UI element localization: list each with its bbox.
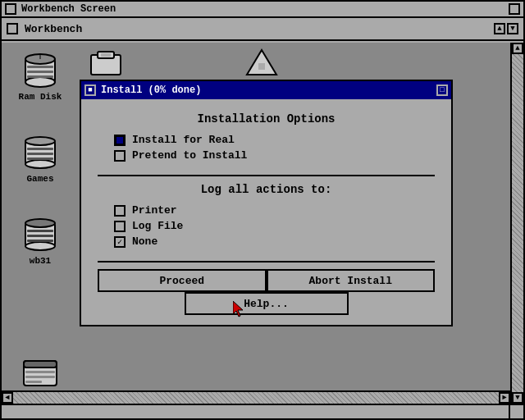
radio-install-real-label: Install for Real (132, 134, 235, 146)
svg-marker-27 (247, 50, 276, 75)
dialog-body: Installation Options Install for Real Pr… (81, 99, 451, 325)
help-row: Help... (98, 292, 435, 315)
svg-rect-22 (25, 376, 55, 378)
corner-piece (509, 404, 523, 418)
dialog-zoom-btn[interactable]: □ (436, 84, 448, 96)
svg-rect-23 (25, 381, 42, 383)
desktop-icon-ramdisk[interactable]: Ram Disk (11, 51, 69, 102)
checkbox-group: Printer Log File None (98, 204, 435, 248)
svg-point-8 (25, 137, 55, 145)
svg-rect-21 (25, 371, 55, 373)
svg-rect-12 (27, 158, 53, 160)
svg-point-9 (25, 160, 55, 168)
checkbox-printer[interactable] (114, 205, 126, 217)
desktop-icon-wb31[interactable]: wb31 (11, 215, 69, 266)
workbench-zoom-up-btn[interactable]: ▲ (494, 23, 505, 34)
svg-rect-10 (27, 148, 53, 150)
games-icon-img (21, 133, 60, 172)
workbench-zoom-down-btn[interactable]: ▼ (507, 23, 518, 34)
svg-rect-16 (27, 230, 53, 232)
statusbar (2, 404, 509, 418)
radio-pretend-install[interactable] (114, 150, 126, 162)
dialog-titlebar: ■ Install (0% done) □ (81, 81, 451, 99)
svg-rect-4 (27, 66, 53, 68)
workbench-label: Workbench (25, 23, 82, 35)
scroll-down-btn[interactable]: ▼ (512, 392, 523, 404)
svg-point-2 (25, 77, 55, 87)
scroll-track-horizontal (13, 392, 499, 404)
workbench-resize-btns: ▲ ▼ (494, 23, 518, 34)
ramdisk-icon-img (21, 51, 60, 90)
screen-title: Workbench Screen (21, 3, 116, 15)
checkbox-logfile-label: Log File (132, 220, 183, 232)
screen-close-gadget[interactable] (5, 3, 16, 15)
dialog-title: Install (0% done) (101, 84, 201, 96)
wb31-icon-label: wb31 (11, 256, 69, 266)
section1-title: Installation Options (98, 112, 435, 126)
dialog-close-btn[interactable]: ■ (84, 84, 96, 96)
screen-titlebar: Workbench Screen (2, 2, 523, 18)
svg-rect-11 (27, 153, 53, 155)
games-icon-label: Games (11, 174, 69, 184)
svg-rect-5 (27, 71, 53, 73)
workbench-bar: Workbench ▲ ▼ (2, 18, 523, 41)
install-dialog: ■ Install (0% done) □ Installation Optio… (80, 80, 453, 326)
button-row: Proceed Abort Install (98, 269, 435, 292)
wb31-icon-img (21, 215, 60, 254)
desktop-icon-games[interactable]: Games (11, 133, 69, 184)
scroll-right-btn[interactable]: ► (499, 392, 510, 404)
checkbox-item-logfile[interactable]: Log File (98, 220, 435, 232)
workbench-close-btn[interactable] (7, 23, 18, 34)
radio-install-real[interactable] (114, 135, 126, 146)
checkbox-printer-label: Printer (132, 204, 177, 217)
section2-title: Log all actions to: (98, 183, 435, 196)
svg-rect-26 (101, 53, 111, 57)
help-button[interactable]: Help... (185, 292, 349, 315)
svg-rect-20 (24, 361, 57, 368)
svg-rect-6 (27, 75, 53, 78)
abort-button[interactable]: Abort Install (267, 269, 436, 292)
screen-resize-gadget[interactable] (509, 3, 520, 15)
radio-pretend-install-label: Pretend to Install (132, 149, 247, 162)
proceed-button[interactable]: Proceed (98, 269, 267, 292)
radio-group: Install for Real Pretend to Install (98, 134, 435, 162)
svg-point-14 (25, 219, 55, 227)
checkbox-item-printer[interactable]: Printer (98, 204, 435, 217)
checkbox-none-label: None (132, 235, 158, 248)
divider2 (98, 261, 435, 262)
scroll-up-btn[interactable]: ▲ (512, 43, 523, 54)
svg-rect-17 (27, 235, 53, 237)
divider1 (98, 175, 435, 176)
svg-rect-28 (258, 63, 265, 70)
checkbox-item-none[interactable]: None (98, 235, 435, 248)
radio-item-install-real[interactable]: Install for Real (98, 134, 435, 146)
scroll-track-vertical (512, 54, 523, 392)
desktop-scrollbar-horizontal: ◄ ► (2, 390, 510, 404)
desktop-scrollbar-vertical: ▲ ▼ (510, 43, 523, 404)
workbench-screen: Workbench Screen Workbench ▲ ▼ (0, 0, 525, 420)
ramdisk-icon-label: Ram Disk (11, 92, 69, 102)
checkbox-logfile[interactable] (114, 221, 126, 232)
svg-rect-18 (27, 240, 53, 242)
workbench-icon-img (21, 354, 60, 394)
svg-point-15 (25, 242, 55, 250)
scroll-left-btn[interactable]: ◄ (2, 392, 13, 404)
radio-item-pretend[interactable]: Pretend to Install (98, 149, 435, 162)
checkbox-none[interactable] (114, 236, 126, 248)
